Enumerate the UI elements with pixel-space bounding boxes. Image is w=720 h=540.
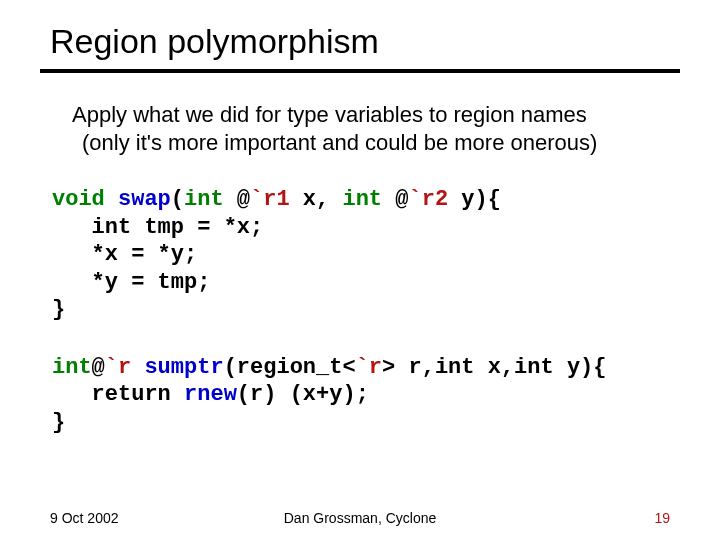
footer-page: 19 bbox=[654, 510, 670, 526]
code1-l5: } bbox=[52, 297, 65, 322]
kw-void: void bbox=[52, 187, 105, 212]
body-line-2: (only it's more important and could be m… bbox=[72, 129, 680, 157]
kw-int-2: int bbox=[342, 187, 382, 212]
region-r-param: `r bbox=[356, 355, 382, 380]
region-r1: `r1 bbox=[250, 187, 290, 212]
kw-int-1: int bbox=[184, 187, 224, 212]
code2-l2a: return bbox=[52, 382, 184, 407]
code2-l3: } bbox=[52, 410, 65, 435]
fn-swap: swap bbox=[118, 187, 171, 212]
at-1: @ bbox=[224, 187, 250, 212]
fn-sumptr: sumptr bbox=[144, 355, 223, 380]
open-paren: ( bbox=[224, 355, 237, 380]
space bbox=[131, 355, 144, 380]
code-block-1: void swap(int @`r1 x, int @`r2 y){ int t… bbox=[0, 156, 720, 324]
code1-l4: *y = tmp; bbox=[52, 270, 210, 295]
at-ret: @ bbox=[92, 355, 105, 380]
after-region: > r,int x,int y){ bbox=[382, 355, 606, 380]
slide: Region polymorphism Apply what we did fo… bbox=[0, 0, 720, 540]
sig-open: ( bbox=[171, 187, 184, 212]
region-r2: `r2 bbox=[408, 187, 448, 212]
body-line-1: Apply what we did for type variables to … bbox=[72, 101, 680, 129]
code1-l2: int tmp = *x; bbox=[52, 215, 263, 240]
region-t: region_t< bbox=[237, 355, 356, 380]
kw-int-ret: int bbox=[52, 355, 92, 380]
at-2: @ bbox=[382, 187, 408, 212]
slide-title: Region polymorphism bbox=[0, 0, 720, 69]
region-r-ret: `r bbox=[105, 355, 131, 380]
body-text: Apply what we did for type variables to … bbox=[0, 73, 720, 156]
footer-center: Dan Grossman, Cyclone bbox=[0, 510, 720, 526]
fn-rnew: rnew bbox=[184, 382, 237, 407]
code1-l3: *x = *y; bbox=[52, 242, 197, 267]
x-decl: x, bbox=[290, 187, 343, 212]
y-decl: y){ bbox=[448, 187, 501, 212]
code-block-2: int@`r sumptr(region_t<`r> r,int x,int y… bbox=[0, 324, 720, 437]
code2-l2b: (r) (x+y); bbox=[237, 382, 369, 407]
